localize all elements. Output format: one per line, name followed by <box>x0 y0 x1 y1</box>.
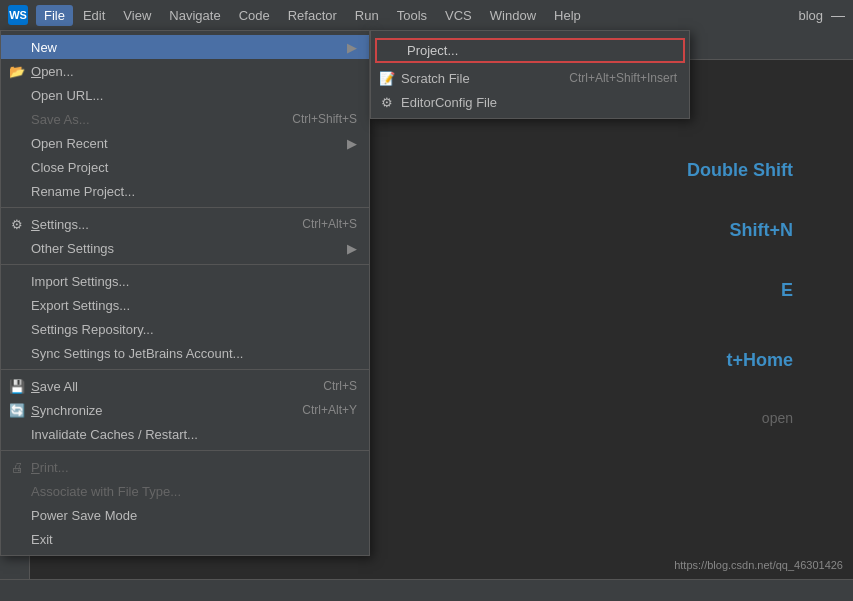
new-submenu: Project... 📝 Scratch File Ctrl+Alt+Shift… <box>370 30 690 119</box>
menu-vcs[interactable]: VCS <box>437 5 480 26</box>
editorconfig-label: EditorConfig File <box>401 95 677 110</box>
new-submenu-editorconfig[interactable]: ⚙ EditorConfig File <box>371 90 689 114</box>
settings-shortcut: Ctrl+Alt+S <box>302 217 357 231</box>
file-menu-settings-repo[interactable]: Settings Repository... <box>1 317 369 341</box>
file-menu-sync-settings[interactable]: Sync Settings to JetBrains Account... <box>1 341 369 365</box>
file-menu-new[interactable]: New ▶ <box>1 35 369 59</box>
other-settings-arrow: ▶ <box>347 241 357 256</box>
synchronize-label: Synchronize <box>31 403 276 418</box>
file-menu-print: 🖨 Print... <box>1 455 369 479</box>
separator-2 <box>1 264 369 265</box>
import-settings-label: Import Settings... <box>31 274 357 289</box>
file-menu-rename-project[interactable]: Rename Project... <box>1 179 369 203</box>
file-menu-open-url[interactable]: Open URL... <box>1 83 369 107</box>
title-bar-right: blog — <box>798 8 845 23</box>
new-submenu-scratch-file[interactable]: 📝 Scratch File Ctrl+Alt+Shift+Insert <box>371 66 689 90</box>
menu-bar: File Edit View Navigate Code Refactor Ru… <box>36 5 790 26</box>
scratch-file-icon: 📝 <box>379 71 395 86</box>
project-name: blog <box>798 8 823 23</box>
file-menu-invalidate-caches[interactable]: Invalidate Caches / Restart... <box>1 422 369 446</box>
open-label: Open... <box>31 64 357 79</box>
file-menu-settings[interactable]: ⚙ Settings... Ctrl+Alt+S <box>1 212 369 236</box>
project-new-label: Project... <box>407 43 675 58</box>
app-logo: WS <box>8 5 28 25</box>
menu-file[interactable]: File <box>36 5 73 26</box>
save-as-label: Save As... <box>31 112 266 127</box>
file-menu-associate: Associate with File Type... <box>1 479 369 503</box>
url-hint: https://blog.csdn.net/qq_46301426 <box>674 559 843 571</box>
invalidate-label: Invalidate Caches / Restart... <box>31 427 357 442</box>
hint-shift-n: Shift+N <box>729 220 793 241</box>
file-menu: New ▶ 📂 Open... Open URL... Save As... C… <box>0 30 370 556</box>
open-icon: 📂 <box>9 64 25 79</box>
menu-run[interactable]: Run <box>347 5 387 26</box>
menu-navigate[interactable]: Navigate <box>161 5 228 26</box>
file-menu-export-settings[interactable]: Export Settings... <box>1 293 369 317</box>
file-menu-import-settings[interactable]: Import Settings... <box>1 269 369 293</box>
open-recent-arrow: ▶ <box>347 136 357 151</box>
other-settings-label: Other Settings <box>31 241 337 256</box>
exit-label: Exit <box>31 532 357 547</box>
print-icon: 🖨 <box>9 460 25 475</box>
menu-tools[interactable]: Tools <box>389 5 435 26</box>
title-bar: WS File Edit View Navigate Code Refactor… <box>0 0 853 30</box>
rename-project-label: Rename Project... <box>31 184 357 199</box>
minimize-button[interactable]: — <box>831 8 845 22</box>
separator-3 <box>1 369 369 370</box>
synchronize-icon: 🔄 <box>9 403 25 418</box>
file-menu-save-all[interactable]: 💾 Save All Ctrl+S <box>1 374 369 398</box>
new-submenu-project[interactable]: Project... <box>375 38 685 63</box>
hint-double-shift: Double Shift <box>687 160 793 181</box>
file-menu-synchronize[interactable]: 🔄 Synchronize Ctrl+Alt+Y <box>1 398 369 422</box>
close-project-label: Close Project <box>31 160 357 175</box>
file-menu-save-as: Save As... Ctrl+Shift+S <box>1 107 369 131</box>
menu-view[interactable]: View <box>115 5 159 26</box>
menu-help[interactable]: Help <box>546 5 589 26</box>
export-settings-label: Export Settings... <box>31 298 357 313</box>
save-all-label: Save All <box>31 379 297 394</box>
scratch-file-shortcut: Ctrl+Alt+Shift+Insert <box>569 71 677 85</box>
save-all-shortcut: Ctrl+S <box>323 379 357 393</box>
new-label: New <box>31 40 337 55</box>
synchronize-shortcut: Ctrl+Alt+Y <box>302 403 357 417</box>
file-menu-open[interactable]: 📂 Open... <box>1 59 369 83</box>
menu-refactor[interactable]: Refactor <box>280 5 345 26</box>
new-arrow: ▶ <box>347 40 357 55</box>
print-label: Print... <box>31 460 357 475</box>
file-menu-other-settings[interactable]: Other Settings ▶ <box>1 236 369 260</box>
separator-4 <box>1 450 369 451</box>
save-all-icon: 💾 <box>9 379 25 394</box>
sync-settings-label: Sync Settings to JetBrains Account... <box>31 346 357 361</box>
scratch-file-label: Scratch File <box>401 71 543 86</box>
status-bar <box>0 579 853 601</box>
menu-edit[interactable]: Edit <box>75 5 113 26</box>
hint-t-home: t+Home <box>726 350 793 371</box>
power-save-label: Power Save Mode <box>31 508 357 523</box>
file-menu-power-save[interactable]: Power Save Mode <box>1 503 369 527</box>
hint-e: E <box>781 280 793 301</box>
separator-1 <box>1 207 369 208</box>
editorconfig-icon: ⚙ <box>379 95 395 110</box>
file-menu-close-project[interactable]: Close Project <box>1 155 369 179</box>
settings-repo-label: Settings Repository... <box>31 322 357 337</box>
settings-label: Settings... <box>31 217 276 232</box>
file-menu-open-recent[interactable]: Open Recent ▶ <box>1 131 369 155</box>
file-menu-exit[interactable]: Exit <box>1 527 369 551</box>
associate-label: Associate with File Type... <box>31 484 357 499</box>
open-recent-label: Open Recent <box>31 136 337 151</box>
menu-code[interactable]: Code <box>231 5 278 26</box>
hint-open: open <box>762 410 793 426</box>
menu-window[interactable]: Window <box>482 5 544 26</box>
save-as-shortcut: Ctrl+Shift+S <box>292 112 357 126</box>
settings-icon: ⚙ <box>9 217 25 232</box>
open-url-label: Open URL... <box>31 88 357 103</box>
